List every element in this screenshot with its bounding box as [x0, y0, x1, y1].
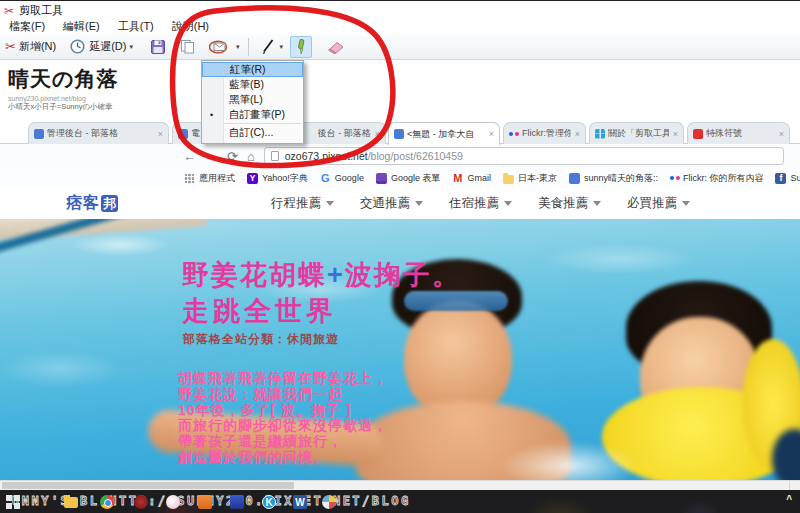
pixnet-icon	[569, 173, 580, 184]
menu-help[interactable]: 說明(H)	[163, 19, 218, 34]
tab-about-snipping-tool[interactable]: 關於「剪取工具」 ×	[589, 122, 684, 144]
clock-icon	[70, 39, 85, 54]
tab-label: 後台 - 部落格	[318, 127, 371, 140]
browser-address-bar: ← → ⟳ ⌂ ozo673.pixnet.net /blog/post/626…	[0, 144, 800, 168]
scrollbar-thumb[interactable]	[2, 482, 294, 489]
nav-shopping[interactable]: 必買推薦	[627, 195, 690, 212]
chrome-icon[interactable]	[100, 495, 114, 509]
red-app-icon[interactable]	[134, 495, 148, 509]
home-icon[interactable]: ⌂	[247, 149, 255, 164]
bookmark-yahoo-dict[interactable]: YYahoo!字典	[247, 172, 308, 185]
close-icon[interactable]: ×	[779, 129, 784, 139]
menu-file[interactable]: 檔案(F)	[0, 19, 54, 34]
folder-icon	[503, 175, 514, 184]
blog-url: sunny230.pixnet.net/blog	[8, 95, 119, 102]
yahoo-icon: Y	[247, 173, 258, 184]
tab-special-symbols[interactable]: 特殊符號 ×	[687, 122, 790, 144]
gmail-icon: M	[452, 173, 463, 184]
chevron-down-icon	[504, 201, 512, 206]
colorful-app-icon[interactable]	[322, 495, 336, 509]
browser-tab-strip: 管理後台 - 部落格 × 電 後台 - 部落格 × <無題 - 加拿大自 × F…	[0, 120, 800, 144]
body-line: 而旅行的腳步卻從來沒停歇過，	[178, 418, 388, 434]
highlighter-button[interactable]	[290, 36, 312, 58]
close-icon[interactable]: ×	[673, 129, 678, 139]
word-icon[interactable]: W	[293, 495, 307, 509]
close-icon[interactable]: ×	[158, 129, 163, 139]
google-icon: G	[320, 173, 331, 184]
bookmark-gmail[interactable]: MGmail	[452, 173, 491, 184]
apps-grid-icon	[184, 173, 195, 184]
menu-edit[interactable]: 編輯(E)	[54, 19, 109, 34]
scissors-app-icon: ✂	[4, 4, 14, 18]
close-icon[interactable]: ×	[575, 129, 580, 139]
bookmark-sunny-blog[interactable]: sunny晴天的角落::	[569, 172, 658, 185]
window-title: 剪取工具	[19, 3, 63, 18]
forward-icon[interactable]: →	[205, 149, 218, 164]
snipping-tool-toolbar: ✂ 新增(N) 延遲(D) ▾ ▾ ▾	[0, 34, 800, 60]
horizontal-scrollbar[interactable]	[0, 480, 800, 490]
blog-header: 晴天の角落 sunny230.pixnet.net/blog 小晴天x小日子=S…	[8, 65, 119, 112]
nav-lodging[interactable]: 住宿推薦	[449, 195, 512, 212]
bookmark-google-forms[interactable]: Google 表單	[376, 172, 441, 185]
scissors-icon: ✂	[5, 39, 16, 54]
start-button[interactable]	[6, 495, 20, 509]
pixnet-logo[interactable]: 痞客 邦	[66, 193, 118, 214]
pixnet-favicon	[178, 129, 188, 139]
tab-flickr[interactable]: Flickr:管理你的相 ×	[503, 122, 586, 144]
menu-tools[interactable]: 工具(T)	[109, 19, 163, 34]
reload-icon[interactable]: ⟳	[227, 149, 238, 164]
pool-photo: 野姜花胡蝶+波掬子。 走跳全世界 部落格全站分類：休閒旅遊 胡蝶飛著飛著停留在野…	[0, 219, 800, 480]
back-icon[interactable]: ←	[183, 149, 196, 164]
nav-itinerary[interactable]: 行程推薦	[271, 195, 334, 212]
eraser-button[interactable]	[322, 36, 348, 58]
tab-admin-blog-1[interactable]: 管理後台 - 部落格 ×	[28, 122, 169, 144]
pen-button[interactable]	[257, 36, 279, 58]
url-field[interactable]: ozo673.pixnet.net /blog/post/62610459	[264, 147, 784, 165]
close-icon[interactable]: ×	[375, 129, 380, 139]
nav-transport[interactable]: 交通推薦	[360, 195, 423, 212]
tab-label: 特殊符號	[706, 127, 775, 140]
save-button[interactable]	[147, 36, 169, 58]
menu-item-customize[interactable]: 自訂(C)...	[202, 125, 303, 140]
tab-label: <無題 - 加拿大自	[407, 128, 485, 141]
menu-item-blue-pen[interactable]: 藍筆(B)	[202, 77, 303, 92]
snipping-tool-titlebar: ✂ 剪取工具	[0, 2, 800, 19]
menu-item-red-pen[interactable]: 紅筆(R)	[202, 62, 303, 77]
bookmark-google[interactable]: GGoogle	[320, 173, 364, 184]
new-snip-button[interactable]: ✂ 新增(N)	[5, 39, 56, 54]
k-app-icon[interactable]: K	[262, 495, 276, 509]
bookmark-folder-japan[interactable]: 日本-東京	[503, 172, 557, 185]
show-hidden-icons-chevron[interactable]: ^	[786, 494, 792, 505]
nav-food[interactable]: 美食推薦	[538, 195, 601, 212]
close-icon[interactable]: ×	[489, 129, 494, 139]
post-category: 部落格全站分類：休閒旅遊	[183, 331, 339, 348]
bookmarks-bar: 應用程式 YYahoo!字典 GGoogle Google 表單 MGmail …	[0, 168, 800, 188]
snip-canvas: 晴天の角落 sunny230.pixnet.net/blog 小晴天x小日子=S…	[0, 60, 800, 480]
pen-dropdown-menu: 紅筆(R) 藍筆(B) 黑筆(L) •自訂畫筆(P) 自訂(C)...	[201, 60, 304, 144]
orange-app-icon[interactable]	[198, 495, 212, 509]
file-explorer-icon[interactable]	[64, 497, 78, 508]
site-header: 痞客 邦 行程推薦 交通推薦 住宿推薦 美食推薦 必買推薦	[0, 188, 800, 219]
forms-icon	[376, 173, 387, 184]
url-host: ozo673.pixnet.net	[285, 150, 368, 162]
send-snip-button[interactable]	[206, 36, 232, 58]
copy-button[interactable]	[177, 36, 198, 58]
bookmark-facebook-profile[interactable]: fSunny Huang	[775, 173, 800, 184]
tab-untitled-canada[interactable]: <無題 - 加拿大自 ×	[388, 122, 500, 145]
pixnet-favicon	[34, 129, 44, 139]
red-favicon	[693, 129, 703, 139]
pen-dropdown-caret-icon[interactable]: ▾	[280, 43, 284, 51]
menu-item-custom-pen[interactable]: •自訂畫筆(P)	[202, 107, 303, 122]
bookmark-flickr[interactable]: Flickr: 你的所有內容	[670, 172, 764, 185]
send-dropdown-caret-icon[interactable]: ▾	[236, 43, 240, 51]
post-body-text: 胡蝶飛著飛著停留在野姜花上， 野姜花說：就讓我們一起 10年後，多了[ 波。掬子…	[178, 371, 388, 466]
navy-app-icon[interactable]	[230, 495, 244, 509]
delay-button[interactable]: 延遲(D) ▾	[70, 39, 133, 54]
body-line: 10年後，多了[ 波。掬子 ]	[178, 403, 388, 419]
bookmark-apps[interactable]: 應用程式	[184, 172, 235, 185]
url-path: /blog/post/62610459	[368, 150, 463, 162]
blog-subtitle: 小晴天x小日子=Sunnyの小確幸	[8, 102, 119, 112]
chevron-down-icon	[415, 201, 423, 206]
menu-item-black-pen[interactable]: 黑筆(L)	[202, 92, 303, 107]
sticker-app-icon[interactable]	[166, 495, 180, 509]
